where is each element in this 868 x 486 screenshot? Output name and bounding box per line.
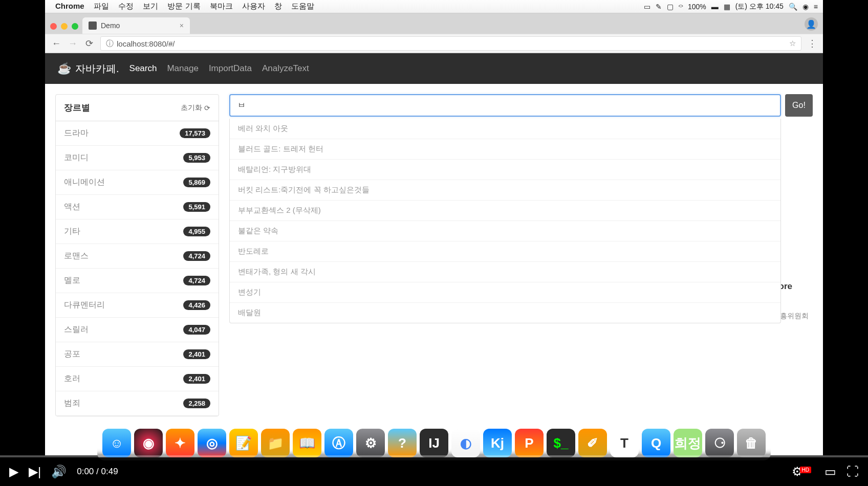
dock-notes-icon[interactable]: 📝 bbox=[229, 429, 258, 457]
window-minimize[interactable] bbox=[61, 23, 68, 30]
chrome-profile-icon[interactable]: 👤 bbox=[805, 17, 818, 31]
brand[interactable]: ☕ 자바카페. bbox=[57, 62, 119, 76]
airplay-icon[interactable]: ▭ bbox=[644, 3, 650, 11]
dock-powerpoint-icon[interactable]: P bbox=[515, 429, 544, 457]
dock-app3-icon[interactable]: ⚆ bbox=[705, 429, 734, 457]
genre-item[interactable]: 범죄2,258 bbox=[56, 391, 219, 416]
genre-item[interactable]: 호러2,401 bbox=[56, 367, 219, 391]
menubar-history[interactable]: 방문 기록 bbox=[167, 2, 200, 10]
suggestion-item[interactable]: 변태가족, 형의 새 각시 bbox=[230, 262, 780, 282]
genre-name: 드라마 bbox=[64, 128, 89, 139]
dock-trash-icon[interactable]: 🗑 bbox=[737, 429, 766, 457]
reload-icon[interactable]: ⟳ bbox=[84, 38, 94, 49]
genre-count: 4,724 bbox=[183, 276, 210, 285]
dock-siri-icon[interactable]: ◉ bbox=[134, 429, 163, 457]
address-bar: ← → ⟳ ⓘ localhost:8080/#/ ☆ ⋮ bbox=[45, 34, 823, 53]
nav-manage[interactable]: Manage bbox=[167, 63, 198, 74]
dock-finder-icon[interactable]: ☺ bbox=[102, 429, 131, 457]
nav-search[interactable]: Search bbox=[129, 63, 157, 74]
dock-ibooks-icon[interactable]: 📖 bbox=[293, 429, 321, 457]
play-icon[interactable]: ▶ bbox=[9, 465, 18, 479]
window-maximize[interactable] bbox=[72, 23, 78, 30]
menubar-edit[interactable]: 수정 bbox=[118, 2, 134, 10]
bookmark-star-icon[interactable]: ☆ bbox=[789, 39, 796, 48]
suggestion-item[interactable]: 배달원 bbox=[230, 303, 780, 323]
genre-item[interactable]: 애니메이션5,869 bbox=[56, 170, 219, 195]
next-icon[interactable]: ▶| bbox=[29, 465, 41, 479]
nav-importdata[interactable]: ImportData bbox=[209, 63, 252, 74]
menubar-view[interactable]: 보기 bbox=[143, 2, 158, 10]
dock-help-icon[interactable]: ? bbox=[388, 429, 417, 457]
input-icon[interactable]: ▦ bbox=[724, 3, 730, 11]
menubar-file[interactable]: 파일 bbox=[94, 2, 109, 10]
genre-item[interactable]: 드라마17,573 bbox=[56, 121, 219, 146]
nav-analyzetext[interactable]: AnalyzeText bbox=[262, 63, 309, 74]
menubar-appname[interactable]: Chrome bbox=[55, 2, 84, 10]
suggestion-item[interactable]: 부부교환섹스 2 (무삭제) bbox=[230, 201, 780, 221]
genre-count: 4,955 bbox=[183, 227, 210, 236]
suggestion-item[interactable]: 베러 와치 아웃 bbox=[230, 119, 780, 139]
tab-close-icon[interactable]: × bbox=[180, 21, 184, 30]
genre-item[interactable]: 스릴러4,047 bbox=[56, 318, 219, 342]
suggestion-item[interactable]: 반도레로 bbox=[230, 241, 780, 262]
menubar-bookmarks[interactable]: 북마크 bbox=[210, 2, 233, 10]
menubar-window[interactable]: 창 bbox=[274, 2, 282, 10]
suggestion-item[interactable]: 불같은 약속 bbox=[230, 221, 780, 241]
url-field[interactable]: ⓘ localhost:8080/#/ ☆ bbox=[100, 36, 801, 51]
suggestion-item[interactable]: 버킷 리스트:죽기전에 꼭 하고싶은것들 bbox=[230, 180, 780, 201]
menubar-help[interactable]: 도움말 bbox=[291, 2, 314, 10]
dock-app-icon[interactable]: ✦ bbox=[166, 429, 194, 457]
genre-item[interactable]: 멜로4,724 bbox=[56, 269, 219, 293]
battery-icon[interactable]: ▬ bbox=[711, 3, 719, 11]
suggestion-item[interactable]: 변성기 bbox=[230, 282, 780, 303]
genre-name: 범죄 bbox=[64, 398, 80, 409]
genre-name: 공포 bbox=[64, 349, 80, 360]
dock-pen-icon[interactable]: ✐ bbox=[578, 429, 607, 457]
menubar-user[interactable]: 사용자 bbox=[242, 2, 265, 10]
notification-icon[interactable]: ≡ bbox=[814, 3, 818, 11]
pen-icon[interactable]: ✎ bbox=[656, 3, 662, 11]
genre-item[interactable]: 공포2,401 bbox=[56, 342, 219, 367]
dock-textedit-icon[interactable]: T bbox=[610, 429, 639, 457]
battery-text: 100% bbox=[688, 3, 706, 11]
genre-item[interactable]: 다큐멘터리4,426 bbox=[56, 293, 219, 318]
chrome-menu-icon[interactable]: ⋮ bbox=[808, 38, 817, 49]
spotlight-icon[interactable]: 🔍 bbox=[789, 3, 797, 11]
go-button[interactable]: Go! bbox=[785, 94, 813, 117]
dock-kj-icon[interactable]: Kj bbox=[483, 429, 512, 457]
reset-button[interactable]: 초기화 ⟳ bbox=[181, 103, 210, 113]
site-info-icon[interactable]: ⓘ bbox=[106, 39, 114, 49]
window-close[interactable] bbox=[50, 23, 57, 30]
genre-item[interactable]: 액션5,591 bbox=[56, 195, 219, 219]
genre-item[interactable]: 기타4,955 bbox=[56, 219, 219, 244]
siri-icon[interactable]: ◉ bbox=[802, 3, 809, 11]
dock-app2-icon[interactable]: 희정 bbox=[674, 429, 702, 457]
suggestion-item[interactable]: 블러드 골드: 트레저 헌터 bbox=[230, 139, 780, 160]
webpage: ☕ 자바카페. Search Manage ImportData Analyze… bbox=[45, 53, 823, 455]
browser-tab[interactable]: Demo × bbox=[82, 17, 190, 34]
dock-safari-icon[interactable]: ◎ bbox=[198, 429, 226, 457]
volume-icon[interactable]: 🔊 bbox=[51, 465, 67, 479]
dock-terminal-icon[interactable]: $_ bbox=[547, 429, 575, 457]
forward-icon[interactable]: → bbox=[68, 38, 78, 49]
genre-count: 5,591 bbox=[183, 202, 210, 212]
theater-icon[interactable]: ▭ bbox=[824, 465, 836, 479]
dock-settings-icon[interactable]: ⚙ bbox=[356, 429, 385, 457]
back-icon[interactable]: ← bbox=[51, 38, 61, 49]
dock-quicktime-icon[interactable]: Q bbox=[642, 429, 670, 457]
fullscreen-icon[interactable]: ⛶ bbox=[847, 465, 859, 479]
wifi-icon[interactable]: ⌔ bbox=[679, 3, 683, 11]
dock-folder-icon[interactable]: 📁 bbox=[261, 429, 290, 457]
video-controls: ▶ ▶| 🔊 0:00 / 0:49 ⚙HD ▭ ⛶ bbox=[0, 457, 868, 486]
suggestion-item[interactable]: 배탈리언: 지구방위대 bbox=[230, 160, 780, 180]
search-input[interactable] bbox=[229, 94, 781, 117]
genre-item[interactable]: 로맨스4,724 bbox=[56, 244, 219, 269]
ipad-icon[interactable]: ▢ bbox=[667, 3, 674, 11]
dock-intellij-icon[interactable]: IJ bbox=[420, 429, 448, 457]
genre-sidebar: 장르별 초기화 ⟳ 드라마17,573코미디5,953애니메이션5,869액션5… bbox=[55, 94, 219, 445]
refresh-icon: ⟳ bbox=[204, 104, 210, 112]
genre-item[interactable]: 코미디5,953 bbox=[56, 146, 219, 170]
dock-appstore-icon[interactable]: Ⓐ bbox=[324, 429, 353, 457]
dock-chrome-icon[interactable]: ◐ bbox=[451, 429, 480, 457]
settings-icon[interactable]: ⚙HD bbox=[792, 465, 814, 479]
